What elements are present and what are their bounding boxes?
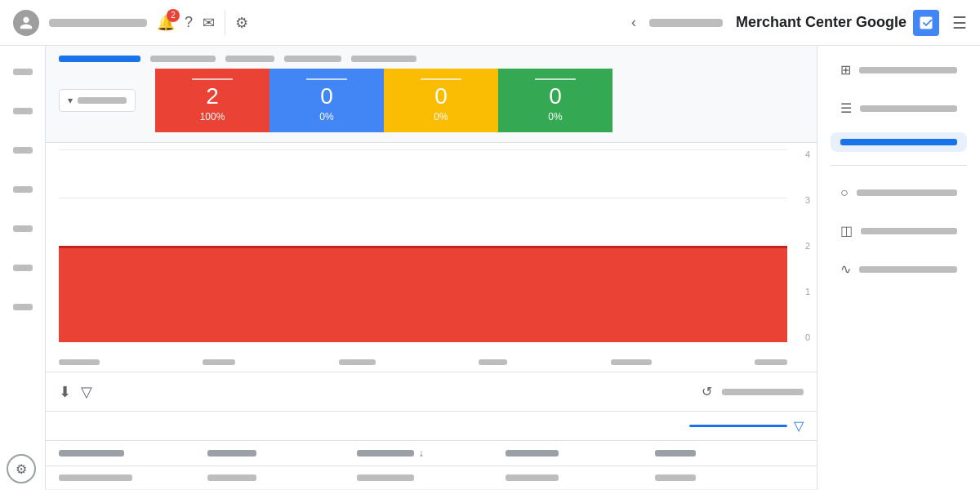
- dropdown-arrow: ▾: [68, 95, 73, 106]
- tab-placeholder-3: [284, 56, 341, 62]
- x-label-1: [59, 359, 100, 365]
- y-label-4: 4: [805, 149, 810, 159]
- x-axis-labels: [59, 359, 787, 365]
- refresh-label: [722, 389, 804, 395]
- td-4: [506, 474, 654, 481]
- notification-badge: 2: [167, 9, 180, 22]
- x-label-2: [203, 359, 235, 365]
- status-cards-container: 2 100% 0 0% 0 0% 0: [155, 69, 612, 132]
- card-label-line: [192, 78, 233, 80]
- x-label-6: [755, 359, 787, 365]
- td-3: [357, 474, 506, 481]
- card-label-line-green: [535, 78, 576, 80]
- dropdown-label: [78, 97, 127, 104]
- x-label-5: [611, 359, 652, 365]
- td-2: [207, 474, 356, 481]
- notifications-btn[interactable]: 🔔 2: [157, 14, 175, 32]
- tab-placeholder-2: [225, 56, 274, 62]
- chart-container: 4 3 2 1 0: [46, 143, 817, 372]
- gridline-3: [59, 198, 787, 198]
- status-count-red: 2: [206, 85, 219, 108]
- rs-item-box[interactable]: ◫: [831, 216, 967, 245]
- x-label-4: [479, 359, 507, 365]
- download-icon[interactable]: ⬇: [59, 383, 71, 401]
- back-button[interactable]: ‹: [631, 14, 636, 31]
- sidebar-item-1[interactable]: [7, 56, 39, 88]
- sidebar-item-5[interactable]: [7, 212, 39, 245]
- y-label-2: 2: [805, 241, 810, 251]
- status-card-red[interactable]: 2 100%: [155, 69, 270, 132]
- sort-icon[interactable]: ↓: [419, 448, 424, 459]
- box-icon: ◫: [840, 223, 853, 238]
- y-axis-labels: 4 3 2 1 0: [805, 149, 810, 342]
- sidebar-item-3[interactable]: [7, 134, 39, 167]
- status-card-blue[interactable]: 0 0%: [270, 69, 384, 132]
- user-avatar[interactable]: [13, 10, 39, 36]
- dashboard-icon: ⊞: [840, 62, 851, 78]
- sidebar-item-2[interactable]: [7, 95, 39, 127]
- rs-label-active: [840, 139, 957, 145]
- th-text-4: [506, 450, 559, 457]
- nav-left: 🔔 2 ? ✉ ⚙: [13, 10, 618, 36]
- status-pct-red: 100%: [200, 111, 225, 122]
- status-pct-yellow: 0%: [434, 111, 448, 122]
- status-card-green[interactable]: 0 0%: [498, 69, 612, 132]
- bottom-toolbar: ⬇ ▽ ↺: [46, 372, 817, 411]
- active-tab-indicator: [59, 56, 140, 62]
- filter-icon[interactable]: ▽: [81, 383, 92, 401]
- chart-bars-area: [59, 149, 787, 342]
- sidebar-item-6[interactable]: [7, 252, 39, 284]
- rs-divider: [831, 165, 967, 166]
- rs-item-list[interactable]: ☰: [831, 94, 967, 122]
- table-row[interactable]: [46, 466, 817, 490]
- filter-dropdown[interactable]: ▾: [59, 89, 136, 112]
- rs-label-1: [859, 67, 957, 74]
- table-filter-icon[interactable]: ▽: [794, 418, 804, 434]
- mc-title: Merchant Center Google: [736, 14, 906, 31]
- nav-placeholder: [649, 19, 723, 27]
- trend-icon: ∿: [840, 261, 851, 277]
- main-layout: ▾ 2 100% 0 0%: [0, 46, 980, 490]
- chart-bar-red: [59, 246, 787, 342]
- rs-item-circle[interactable]: ○: [831, 179, 967, 207]
- rs-item-trend[interactable]: ∿: [831, 255, 967, 283]
- td-5: [655, 474, 804, 481]
- list-icon: ☰: [840, 100, 852, 116]
- th-text-5: [655, 450, 696, 457]
- rs-item-dashboard[interactable]: ⊞: [831, 56, 967, 84]
- sidebar-item-4[interactable]: [7, 173, 39, 206]
- refresh-icon[interactable]: ↺: [702, 384, 712, 399]
- status-card-yellow[interactable]: 0 0%: [384, 69, 498, 132]
- circle-icon: ○: [840, 185, 849, 200]
- status-count-yellow: 0: [434, 85, 448, 108]
- th-col-1: [59, 448, 207, 459]
- th-col-4: [506, 448, 654, 459]
- nav-right: ‹ Merchant Center Google ☰: [631, 10, 967, 36]
- x-label-3: [339, 359, 376, 365]
- menu-icon[interactable]: ☰: [952, 13, 967, 33]
- th-text-2: [207, 450, 256, 457]
- mail-icon[interactable]: ✉: [203, 14, 215, 32]
- nav-account-name: [49, 19, 147, 27]
- rs-item-active[interactable]: [831, 132, 967, 152]
- tab-placeholder-4: [351, 56, 416, 62]
- right-sidebar: ⊞ ☰ ○ ◫ ∿: [817, 46, 980, 490]
- status-count-green: 0: [549, 85, 562, 108]
- y-label-0: 0: [805, 332, 810, 342]
- gear-button[interactable]: ⚙: [7, 454, 36, 483]
- card-label-line-yellow: [421, 78, 461, 80]
- td-1: [59, 474, 207, 481]
- sidebar-item-7[interactable]: [7, 291, 39, 323]
- main-content: ▾ 2 100% 0 0%: [46, 46, 817, 490]
- th-text-3: [357, 450, 414, 457]
- y-label-3: 3: [805, 195, 810, 205]
- top-navigation: 🔔 2 ? ✉ ⚙ ‹ Merchant Center Google ☰: [0, 0, 980, 46]
- mc-app-icon: [913, 10, 939, 36]
- rs-label-3: [857, 189, 957, 196]
- rs-label-2: [860, 105, 957, 112]
- content-toolbar: ▾ 2 100% 0 0%: [46, 46, 817, 143]
- settings-icon[interactable]: ⚙: [235, 14, 248, 32]
- y-label-1: 1: [805, 287, 810, 296]
- help-icon[interactable]: ?: [185, 14, 193, 31]
- table-header: ↓: [46, 441, 817, 466]
